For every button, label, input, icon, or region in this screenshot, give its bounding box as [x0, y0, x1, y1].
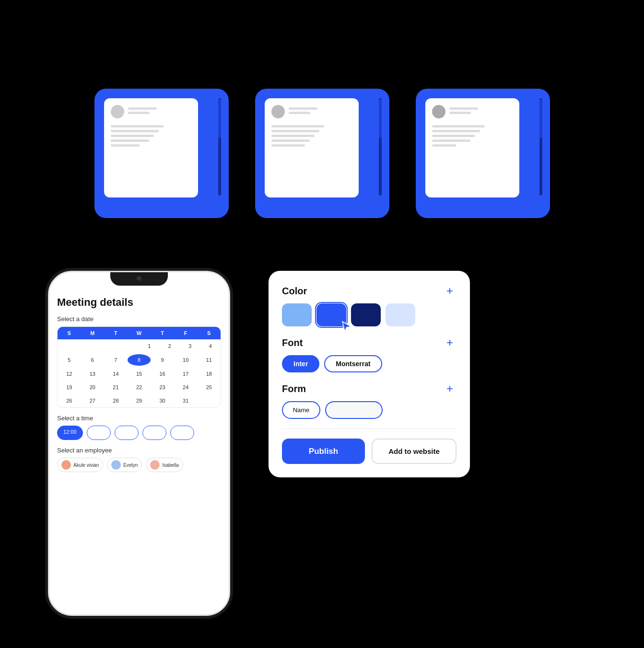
cal-day-t2: T — [151, 327, 174, 339]
panel-actions: Publish Add to website — [282, 439, 457, 464]
publish-button[interactable]: Publish — [282, 439, 365, 464]
color-swatch-4[interactable] — [386, 303, 415, 326]
cal-day-s2: S — [197, 327, 221, 339]
color-section-header: Color + — [282, 284, 457, 298]
font-section-header: Font + — [282, 336, 457, 349]
form-section: Form + Name — [282, 382, 457, 419]
card-inner-1 — [104, 98, 199, 197]
emp-avatar-1 — [61, 460, 71, 470]
preview-card-2[interactable] — [255, 89, 389, 218]
select-date-label: Select a date — [57, 315, 221, 323]
font-title: Font — [282, 337, 303, 348]
card2-content — [271, 125, 352, 147]
card1-text-lines — [128, 107, 157, 116]
bottom-section: Meeting details Select a date S M T W T … — [0, 247, 644, 616]
card3-text-lines — [449, 107, 478, 116]
cursor-icon — [340, 321, 353, 335]
card2-avatar — [271, 105, 285, 118]
employee-chip-2[interactable]: Evelyn — [107, 458, 142, 472]
font-inter-button[interactable]: Inter — [282, 355, 319, 372]
phone-notch — [110, 272, 168, 286]
cal-day-m: M — [81, 327, 105, 339]
phone-camera — [137, 276, 141, 281]
color-section: Color + — [282, 284, 457, 326]
employee-chip-1[interactable]: Akule vivian — [57, 458, 103, 472]
right-panel: Color + Font — [269, 271, 470, 477]
panel-divider — [282, 428, 457, 429]
cal-day-w: W — [128, 327, 151, 339]
select-employee-label: Select an employee — [57, 447, 221, 454]
top-cards-section — [0, 0, 644, 218]
color-title: Color — [282, 286, 307, 297]
emp-name-2: Evelyn — [123, 463, 138, 468]
card2-scrollbar — [379, 98, 382, 196]
add-to-website-button[interactable]: Add to website — [372, 439, 457, 464]
emp-avatar-3 — [150, 460, 160, 470]
color-swatch-3[interactable] — [351, 303, 381, 326]
cal-day-s1: S — [58, 327, 81, 339]
color-swatch-1[interactable] — [282, 303, 312, 326]
font-montserrat-button[interactable]: Montserrat — [324, 355, 382, 372]
card-inner-2 — [265, 98, 359, 197]
cal-row-1: 1 2 3 4 — [58, 339, 221, 353]
card1-content — [111, 125, 192, 147]
card1-avatar — [111, 105, 124, 118]
card1-scrollbar — [218, 98, 221, 196]
time-slot-3[interactable] — [115, 426, 139, 440]
form-field-name[interactable]: Name — [282, 401, 320, 419]
card-inner-3 — [425, 98, 520, 197]
cal-day-f: F — [174, 327, 198, 339]
time-slot-5[interactable] — [170, 426, 194, 440]
color-swatch-2[interactable] — [316, 303, 346, 326]
card3-content — [432, 125, 513, 147]
cal-row-3: 12 13 14 15 16 17 18 — [58, 367, 221, 381]
cal-row-4: 19 20 21 22 23 24 25 — [58, 381, 221, 394]
color-swatches — [282, 303, 457, 326]
meeting-title: Meeting details — [57, 296, 221, 309]
form-fields: Name — [282, 401, 457, 419]
font-section: Font + Inter Montserrat — [282, 336, 457, 372]
form-add-button[interactable]: + — [443, 382, 457, 395]
font-add-button[interactable]: + — [443, 336, 457, 349]
card3-scrollbar — [539, 98, 542, 196]
emp-name-1: Akule vivian — [73, 463, 99, 468]
font-options: Inter Montserrat — [282, 355, 457, 372]
form-title: Form — [282, 383, 306, 394]
form-section-header: Form + — [282, 382, 457, 395]
cal-today[interactable]: 8 — [128, 354, 151, 366]
form-field-empty[interactable] — [325, 401, 383, 419]
cal-header: S M T W T F S — [58, 327, 221, 339]
employee-list: Akule vivian Evelyn Isabella — [57, 458, 221, 472]
phone-mockup: Meeting details Select a date S M T W T … — [48, 271, 230, 616]
emp-name-3: Isabella — [162, 463, 178, 468]
phone-content: Meeting details Select a date S M T W T … — [49, 272, 229, 614]
card2-text-lines — [289, 107, 317, 116]
time-slots: 12:00 — [57, 426, 221, 440]
card3-avatar — [432, 105, 445, 118]
select-time-label: Select a time — [57, 415, 221, 422]
time-slot-2[interactable] — [87, 426, 111, 440]
calendar: S M T W T F S 1 2 — [57, 326, 221, 408]
cal-day-t1: T — [104, 327, 128, 339]
preview-card-3[interactable] — [416, 89, 550, 218]
employee-chip-3[interactable]: Isabella — [146, 458, 183, 472]
time-slot-active[interactable]: 12:00 — [57, 426, 83, 440]
preview-card-1[interactable] — [94, 89, 229, 218]
cal-row-5: 26 27 28 29 30 31 — [58, 394, 221, 407]
phone-outer: Meeting details Select a date S M T W T … — [48, 271, 230, 616]
time-slot-4[interactable] — [142, 426, 166, 440]
cal-row-2: 5 6 7 8 9 10 11 — [58, 353, 221, 367]
emp-avatar-2 — [111, 460, 121, 470]
color-add-button[interactable]: + — [443, 284, 457, 298]
